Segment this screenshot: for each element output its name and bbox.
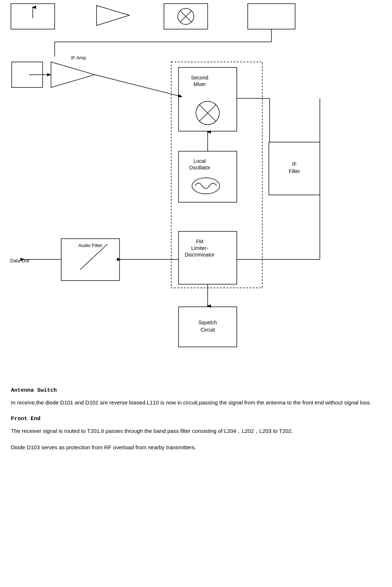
block-diagram: IF Amp Second Mixer Local Oscillator F <box>0 0 392 372</box>
front-end-body: The receiver signal is routed to T201.It… <box>11 426 381 436</box>
diode-body: Diode D103 serves as protection from RF … <box>11 443 381 452</box>
discnminator-label: Discnminator <box>185 252 215 258</box>
if-filter-label: IF <box>292 161 297 167</box>
diode-section: Diode D103 serves as protection from RF … <box>11 443 381 452</box>
antenna-switch-body: In receive,the diode D101 and D102 are r… <box>11 398 381 407</box>
audio-filter-label: Audio Filter <box>78 243 102 248</box>
if-filter-label2: Filter <box>289 168 300 174</box>
svg-point-23 <box>192 178 220 194</box>
svg-rect-22 <box>179 151 237 202</box>
front-end-section: Front End The receiver signal is routed … <box>11 415 381 436</box>
squelch-label: Squelch <box>199 320 217 325</box>
antenna-switch-section: Antenna Switch In receive,the diode D101… <box>11 386 381 407</box>
antenna-switch-title: Antenna Switch <box>11 386 381 395</box>
local-oscillator-label2: Oscillator <box>189 165 211 171</box>
fm-label: FM <box>196 239 203 244</box>
second-mixer-label2: Mixer <box>193 81 206 87</box>
svg-rect-24 <box>179 231 237 284</box>
svg-line-15 <box>95 75 181 97</box>
if-amp-label: IF Amp <box>71 55 86 60</box>
svg-rect-8 <box>248 4 295 29</box>
text-content-area: Antenna Switch In receive,the diode D101… <box>0 372 392 467</box>
svg-marker-3 <box>97 5 129 26</box>
svg-marker-12 <box>51 62 95 87</box>
front-end-title: Front End <box>11 415 381 423</box>
data-out-label: Data Out <box>10 258 29 263</box>
second-mixer-label: Second <box>191 75 208 81</box>
circuit-label: Circuit <box>200 327 215 333</box>
limiter-label: Limiter- <box>191 245 208 251</box>
local-oscillator-label: Local <box>193 158 205 164</box>
